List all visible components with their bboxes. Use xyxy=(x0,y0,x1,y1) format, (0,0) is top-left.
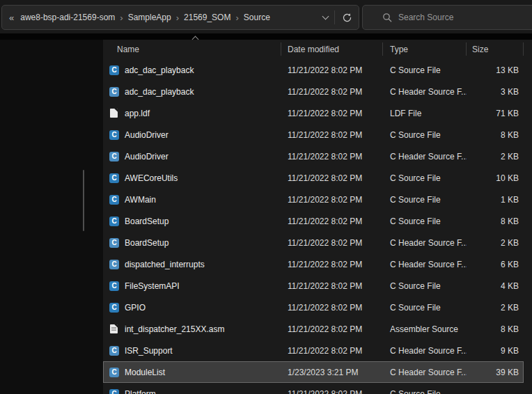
file-row[interactable]: app.ldf 11/21/2022 8:02 PM LDF File 71 K… xyxy=(103,102,524,124)
file-date-modified: 11/21/2022 8:02 PM xyxy=(281,109,383,118)
file-type: C Header Source F... xyxy=(383,260,467,269)
file-row[interactable]: C adc_dac_playback 11/21/2022 8:02 PM C … xyxy=(103,81,524,102)
file-type: C Header Source F... xyxy=(383,368,467,377)
file-date-modified: 11/21/2022 8:02 PM xyxy=(281,260,383,269)
file-name: adc_dac_playback xyxy=(125,87,194,97)
file-name: adc_dac_playback xyxy=(125,65,194,75)
chevron-down-icon xyxy=(322,13,329,19)
file-row[interactable]: C FileSystemAPI 11/21/2022 8:02 PM C Sou… xyxy=(103,275,524,297)
breadcrumb-segment[interactable]: Source xyxy=(240,10,274,24)
file-type: C Source File xyxy=(383,389,467,394)
file-row[interactable]: C Platform 11/21/2022 8:02 PM C Source F… xyxy=(103,383,524,394)
document-icon xyxy=(110,109,118,118)
c-source-icon: C xyxy=(109,173,119,183)
file-date-modified: 11/21/2022 8:02 PM xyxy=(281,238,383,248)
file-date-modified: 11/21/2022 8:02 PM xyxy=(281,216,383,226)
file-date-modified: 11/21/2022 8:02 PM xyxy=(281,281,383,291)
file-type: C Source File xyxy=(383,216,467,226)
file-row[interactable]: C GPIO 11/21/2022 8:02 PM C Source File … xyxy=(103,297,524,318)
file-date-modified: 11/21/2022 8:02 PM xyxy=(281,65,383,75)
address-bar[interactable]: « awe8-bsp-adi-21569-som›SampleApp›21569… xyxy=(1,5,359,30)
navigation-bar: « awe8-bsp-adi-21569-som›SampleApp›21569… xyxy=(0,0,532,33)
column-separator[interactable] xyxy=(466,42,467,56)
file-size: 2 KB xyxy=(467,303,524,313)
column-header-date-modified[interactable]: Date modified xyxy=(281,45,383,54)
refresh-button[interactable] xyxy=(335,13,359,23)
file-date-modified: 11/21/2022 8:02 PM xyxy=(281,152,383,161)
file-date-modified: 11/21/2022 8:02 PM xyxy=(281,346,383,356)
file-row[interactable]: C ModuleList 1/23/2023 3:21 PM C Header … xyxy=(103,361,524,383)
file-size: 1 KB xyxy=(467,195,524,205)
column-header-size[interactable]: Size xyxy=(467,45,524,54)
file-row[interactable]: C dispatched_interrupts 11/21/2022 8:02 … xyxy=(103,253,524,275)
file-type: C Source File xyxy=(383,173,467,183)
file-size: 4 KB xyxy=(467,281,524,291)
file-type: C Header Source F... xyxy=(383,238,467,248)
file-size: 13 KB xyxy=(467,65,524,75)
column-separator[interactable] xyxy=(382,42,383,56)
asm-document-icon xyxy=(110,324,118,333)
c-source-icon: C xyxy=(109,389,119,394)
c-source-icon: C xyxy=(109,216,119,226)
address-dropdown-button[interactable] xyxy=(316,17,334,19)
file-name: AWMain xyxy=(125,195,156,205)
c-header-icon: C xyxy=(109,368,119,377)
file-type: C Header Source F... xyxy=(383,346,467,356)
file-date-modified: 11/21/2022 8:02 PM xyxy=(281,87,383,97)
file-name: int_dispatcher_215XX.asm xyxy=(125,324,224,334)
file-row[interactable]: C BoardSetup 11/21/2022 8:02 PM C Header… xyxy=(103,232,524,253)
content-top-divider xyxy=(0,33,532,40)
file-size: 9 KB xyxy=(467,346,524,356)
breadcrumb-separator-icon[interactable]: › xyxy=(234,13,240,23)
file-date-modified: 11/21/2022 8:02 PM xyxy=(281,173,383,183)
file-name: Platform xyxy=(125,389,156,394)
file-date-modified: 11/21/2022 8:02 PM xyxy=(281,195,383,205)
file-name: ModuleList xyxy=(125,368,165,377)
file-size: 6 KB xyxy=(467,260,524,269)
file-name: AWECoreUtils xyxy=(125,173,178,183)
file-row[interactable]: C AudioDriver 11/21/2022 8:02 PM C Heade… xyxy=(103,145,524,167)
search-box[interactable] xyxy=(362,5,532,30)
file-size: 8 KB xyxy=(467,324,524,334)
breadcrumb-segment[interactable]: SampleApp xyxy=(125,10,175,24)
file-row[interactable]: C BoardSetup 11/21/2022 8:02 PM C Source… xyxy=(103,210,524,232)
file-type: C Header Source F... xyxy=(383,152,467,161)
file-row[interactable]: C AWMain 11/21/2022 8:02 PM C Source Fil… xyxy=(103,189,524,210)
file-name: AudioDriver xyxy=(125,130,169,140)
column-header-type[interactable]: Type xyxy=(383,45,467,54)
breadcrumb-separator-icon[interactable]: › xyxy=(118,13,124,23)
file-row[interactable]: C ISR_Support 11/21/2022 8:02 PM C Heade… xyxy=(103,340,524,361)
file-type: Assembler Source xyxy=(383,324,467,334)
file-row[interactable]: C adc_dac_playback 11/21/2022 8:02 PM C … xyxy=(103,59,524,81)
c-source-icon: C xyxy=(109,303,119,313)
c-source-icon: C xyxy=(109,195,119,205)
breadcrumb-segment[interactable]: 21569_SOM xyxy=(180,10,234,24)
file-row[interactable]: C AudioDriver 11/21/2022 8:02 PM C Sourc… xyxy=(103,124,524,145)
breadcrumb-separator-icon[interactable]: › xyxy=(175,13,180,23)
file-size: 2 KB xyxy=(467,152,524,161)
file-size: 39 KB xyxy=(467,368,524,377)
c-header-icon: C xyxy=(109,152,119,161)
file-size: 10 KB xyxy=(467,173,524,183)
column-header-name[interactable]: Name xyxy=(103,45,281,54)
file-name: app.ldf xyxy=(125,109,150,118)
file-type: LDF File xyxy=(383,109,467,118)
nav-pane-scrollbar[interactable] xyxy=(83,170,84,231)
breadcrumb-overflow-button[interactable]: « xyxy=(2,13,17,23)
file-date-modified: 11/21/2022 8:02 PM xyxy=(281,389,383,394)
file-row[interactable]: int_dispatcher_215XX.asm 11/21/2022 8:02… xyxy=(103,318,524,340)
file-name: GPIO xyxy=(125,303,146,313)
column-separator[interactable] xyxy=(281,42,281,56)
file-row[interactable]: C AWECoreUtils 11/21/2022 8:02 PM C Sour… xyxy=(103,167,524,189)
file-type: C Source File xyxy=(383,281,467,291)
search-input[interactable] xyxy=(398,13,517,22)
file-size: 8 KB xyxy=(467,216,524,226)
file-type: C Source File xyxy=(383,303,467,313)
c-source-icon: C xyxy=(109,65,119,75)
file-name: AudioDriver xyxy=(125,152,169,161)
file-date-modified: 1/23/2023 3:21 PM xyxy=(281,368,383,377)
c-header-icon: C xyxy=(109,238,119,248)
breadcrumb-segment[interactable]: awe8-bsp-adi-21569-som xyxy=(17,10,118,24)
file-name: dispatched_interrupts xyxy=(125,260,205,269)
column-separator[interactable] xyxy=(523,42,524,56)
